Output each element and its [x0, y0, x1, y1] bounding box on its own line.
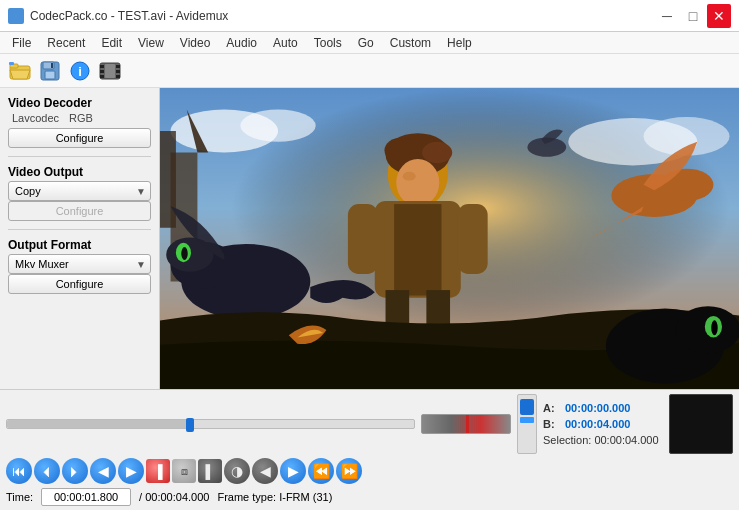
- mini-preview[interactable]: [421, 414, 511, 434]
- info-icon: i: [70, 61, 90, 81]
- preview-area: [160, 88, 739, 389]
- mark-in-button[interactable]: ▐: [146, 459, 170, 483]
- open-file-button[interactable]: [6, 58, 34, 84]
- close-button[interactable]: ✕: [707, 4, 731, 28]
- menu-video[interactable]: Video: [172, 34, 218, 52]
- video-output-section: Video Output Copy x264 x265 ▼ Configure: [8, 165, 151, 221]
- svg-rect-15: [116, 75, 120, 78]
- save-file-button[interactable]: [36, 58, 64, 84]
- seek-fill: [7, 420, 190, 428]
- svg-rect-6: [51, 63, 53, 68]
- output-format-select[interactable]: Mkv Muxer MP4 Muxer: [8, 254, 151, 274]
- video-output-configure-button[interactable]: Configure: [8, 201, 151, 221]
- menu-auto[interactable]: Auto: [265, 34, 306, 52]
- status-row: Time: / 00:00:04.000 Frame type: I-FRM (…: [6, 488, 733, 506]
- codec-format: RGB: [69, 112, 93, 124]
- b-time-row: B: 00:00:04.000: [543, 418, 663, 430]
- toolbar: i: [0, 54, 739, 88]
- menu-edit[interactable]: Edit: [93, 34, 130, 52]
- open-folder-icon: [9, 61, 31, 81]
- seek-bar[interactable]: [6, 419, 415, 429]
- next-frame-button[interactable]: ▶: [280, 458, 306, 484]
- svg-rect-16: [105, 64, 115, 78]
- step-forward-button[interactable]: ▶: [118, 458, 144, 484]
- transport-controls-row: ⏮ ⏴ ⏵ ◀ ▶ ▐ ⧈ ▌ ◑ ◀ ▶ ⏪ ⏩: [6, 458, 733, 484]
- svg-point-29: [422, 142, 452, 164]
- video-decoder-title: Video Decoder: [8, 96, 151, 110]
- preview-image: [160, 88, 739, 389]
- black-preview-box: [669, 394, 733, 454]
- svg-rect-10: [100, 65, 104, 68]
- title-bar-left: CodecPack.co - TEST.avi - Avidemux: [8, 8, 228, 24]
- seek-row: A: 00:00:00.000 B: 00:00:04.000 Selectio…: [6, 394, 733, 454]
- svg-rect-2: [9, 62, 14, 65]
- menu-bar: File Recent Edit View Video Audio Auto T…: [0, 32, 739, 54]
- svg-rect-34: [348, 204, 378, 274]
- vertical-scroll[interactable]: [517, 394, 537, 454]
- menu-help[interactable]: Help: [439, 34, 480, 52]
- menu-go[interactable]: Go: [350, 34, 382, 52]
- scroll-blue: [520, 417, 534, 423]
- cut-button[interactable]: ⧈: [172, 459, 196, 483]
- svg-rect-13: [116, 65, 120, 68]
- b-label: B:: [543, 418, 561, 430]
- skip-forward-button[interactable]: ⏩: [336, 458, 362, 484]
- output-format-section: Output Format Mkv Muxer MP4 Muxer ▼ Conf…: [8, 238, 151, 294]
- fade-button[interactable]: ◑: [224, 458, 250, 484]
- info-button[interactable]: i: [66, 58, 94, 84]
- output-format-configure-button[interactable]: Configure: [8, 274, 151, 294]
- current-time-input[interactable]: [41, 488, 131, 506]
- divider-1: [8, 156, 151, 157]
- mini-preview-thumb: [466, 415, 469, 433]
- menu-tools[interactable]: Tools: [306, 34, 350, 52]
- svg-text:i: i: [78, 64, 82, 79]
- scroll-thumb: [520, 399, 534, 415]
- svg-rect-33: [394, 204, 441, 295]
- menu-view[interactable]: View: [130, 34, 172, 52]
- selection-row: Selection: 00:00:04.000: [543, 434, 663, 446]
- a-time: 00:00:00.000: [565, 402, 630, 414]
- video-decoder-section: Video Decoder Lavcodec RGB Configure: [8, 96, 151, 148]
- menu-recent[interactable]: Recent: [39, 34, 93, 52]
- video-output-select[interactable]: Copy x264 x265: [8, 181, 151, 201]
- play-prev-button[interactable]: ⏮: [6, 458, 32, 484]
- b-time: 00:00:04.000: [565, 418, 630, 430]
- output-format-dropdown-wrapper: Mkv Muxer MP4 Muxer ▼: [8, 254, 151, 274]
- a-time-row: A: 00:00:00.000: [543, 402, 663, 414]
- video-output-title: Video Output: [8, 165, 151, 179]
- svg-point-30: [396, 159, 439, 206]
- svg-rect-24: [160, 131, 176, 228]
- svg-point-49: [711, 320, 717, 335]
- main-content: Video Decoder Lavcodec RGB Configure Vid…: [0, 88, 739, 510]
- mark-out-button[interactable]: ▌: [198, 459, 222, 483]
- menu-custom[interactable]: Custom: [382, 34, 439, 52]
- menu-audio[interactable]: Audio: [218, 34, 265, 52]
- video-decoder-configure-button[interactable]: Configure: [8, 128, 151, 148]
- codec-info: Lavcodec RGB: [8, 112, 151, 124]
- selection-time: 00:00:04.000: [594, 434, 658, 446]
- selection-label: Selection:: [543, 434, 591, 446]
- film-icon: [99, 61, 121, 81]
- output-format-title: Output Format: [8, 238, 151, 252]
- total-time: / 00:00:04.000: [139, 491, 209, 503]
- menu-file[interactable]: File: [4, 34, 39, 52]
- bottom-controls: A: 00:00:00.000 B: 00:00:04.000 Selectio…: [0, 389, 739, 510]
- window-title: CodecPack.co - TEST.avi - Avidemux: [30, 9, 228, 23]
- maximize-button[interactable]: □: [681, 4, 705, 28]
- time-label: Time:: [6, 491, 33, 503]
- svg-rect-12: [100, 75, 104, 78]
- minimize-button[interactable]: ─: [655, 4, 679, 28]
- svg-rect-11: [100, 70, 104, 73]
- skip-back-button[interactable]: ⏪: [308, 458, 334, 484]
- left-panel: Video Decoder Lavcodec RGB Configure Vid…: [0, 88, 160, 389]
- prev-frame-button[interactable]: ◀: [252, 458, 278, 484]
- step-back-button[interactable]: ◀: [90, 458, 116, 484]
- app-logo-icon: [8, 8, 24, 24]
- film-button[interactable]: [96, 58, 124, 84]
- svg-rect-35: [458, 204, 488, 274]
- play-forward-button[interactable]: ⏵: [62, 458, 88, 484]
- title-controls: ─ □ ✕: [655, 4, 731, 28]
- svg-point-28: [384, 137, 418, 163]
- rewind-button[interactable]: ⏴: [34, 458, 60, 484]
- svg-rect-14: [116, 70, 120, 73]
